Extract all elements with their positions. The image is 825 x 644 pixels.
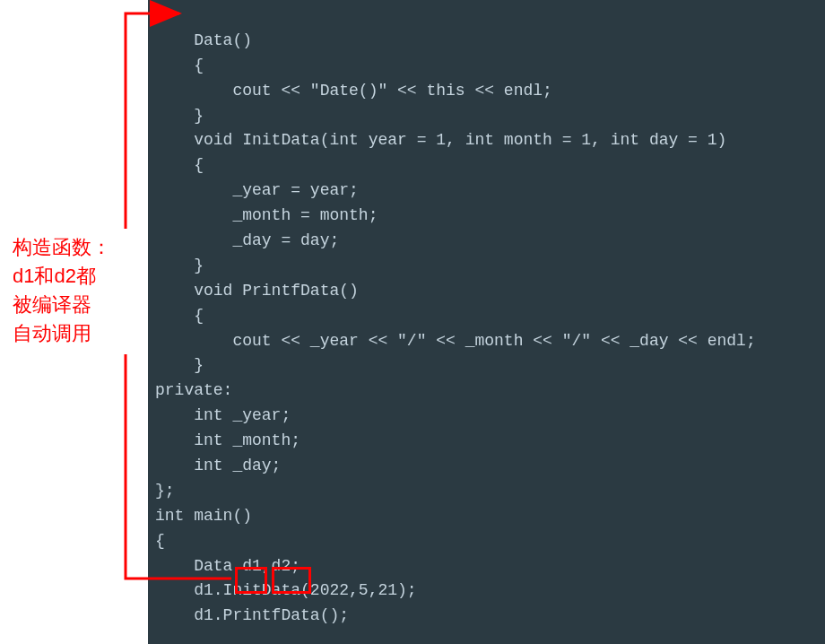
code-line-17: int _month; [155, 431, 300, 449]
code-line-14: } [155, 356, 204, 374]
code-area: Data() { cout << "Date()" << this << end… [148, 0, 825, 644]
annotation-panel: 构造函数： d1和d2都 被编译器 自动调用 [0, 0, 148, 644]
code-line-6: { [155, 156, 204, 174]
code-line-21: { [155, 532, 165, 550]
code-line-3: cout << "Date()" << this << endl; [155, 82, 552, 100]
code-line-22: Data d1,d2; [155, 557, 300, 575]
code-line-5: void InitData(int year = 1, int month = … [155, 131, 726, 149]
code-line-4: } [155, 107, 204, 125]
annotation-line-3: 被编译器 [13, 291, 148, 319]
code-line-2: { [155, 57, 204, 74]
code-line-13: cout << _year << "/" << _month << "/" <<… [155, 332, 756, 350]
code-line-12: { [155, 307, 204, 325]
annotation-line-1: 构造函数： [13, 233, 148, 262]
code-line-9: _day = day; [155, 231, 339, 249]
annotation-line-4: 自动调用 [13, 319, 148, 348]
code-line-18: int _day; [155, 457, 281, 474]
code-line-1: Data() [155, 31, 252, 49]
code-line-24: d1.PrintfData(); [155, 606, 349, 624]
code-line-15: private: [155, 381, 232, 399]
code-line-20: int main() [155, 507, 252, 525]
code-line-16: int _year; [155, 406, 291, 424]
code-line-8: _month = month; [155, 206, 378, 224]
code-line-7: _year = year; [155, 181, 359, 199]
code-line-19: }; [155, 482, 175, 500]
code-line-11: void PrintfData() [155, 282, 359, 300]
code-line-23: d1.InitData(2022,5,21); [155, 581, 417, 599]
code-line-10: } [155, 257, 204, 274]
annotation-line-2: d1和d2都 [13, 262, 148, 291]
main-container: 构造函数： d1和d2都 被编译器 自动调用 Data() { cout << … [0, 0, 825, 644]
